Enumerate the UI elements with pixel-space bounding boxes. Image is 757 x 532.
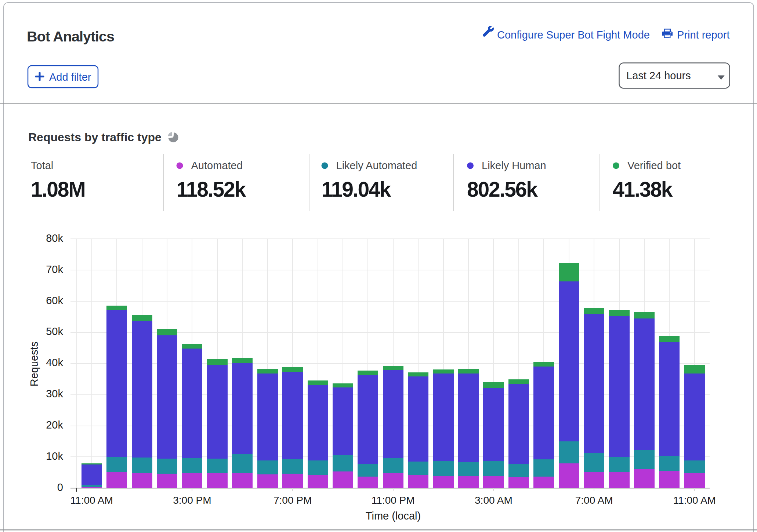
svg-text:11:00 AM: 11:00 AM [70,495,113,506]
svg-text:11:00 AM: 11:00 AM [673,495,716,506]
svg-text:Requests: Requests [28,342,40,387]
svg-text:10k: 10k [46,450,63,462]
svg-text:3:00 PM: 3:00 PM [173,495,211,506]
svg-text:Verified bot: Verified bot [627,160,681,171]
svg-text:70k: 70k [46,263,63,275]
svg-text:Likely Automated: Likely Automated [336,160,417,171]
svg-text:0: 0 [57,481,63,493]
svg-text:118.52k: 118.52k [177,178,246,201]
svg-text:Automated: Automated [191,160,243,171]
svg-text:802.56k: 802.56k [467,178,538,201]
svg-text:Time (local): Time (local) [366,510,421,522]
svg-text:7:00 PM: 7:00 PM [274,495,312,506]
svg-text:Configure Super Bot Fight Mode: Configure Super Bot Fight Mode [497,29,650,41]
svg-text:Add filter: Add filter [49,71,91,83]
svg-text:Bot Analytics: Bot Analytics [27,28,114,44]
svg-text:40k: 40k [46,357,63,368]
svg-text:30k: 30k [46,388,63,400]
svg-text:119.04k: 119.04k [322,178,391,201]
svg-text:41.38k: 41.38k [613,178,673,201]
svg-text:3:00 AM: 3:00 AM [475,495,512,506]
svg-text:Total: Total [31,160,53,171]
svg-text:Requests by traffic type: Requests by traffic type [28,131,162,144]
svg-text:Last 24 hours: Last 24 hours [626,70,691,81]
svg-text:Likely Human: Likely Human [482,160,546,171]
svg-text:20k: 20k [46,419,63,431]
svg-text:60k: 60k [46,295,63,306]
svg-text:Print report: Print report [677,29,729,41]
svg-text:1.08M: 1.08M [31,178,85,201]
svg-text:50k: 50k [46,325,63,337]
svg-text:80k: 80k [46,232,63,244]
svg-text:7:00 AM: 7:00 AM [575,495,613,506]
svg-text:11:00 PM: 11:00 PM [372,495,415,506]
